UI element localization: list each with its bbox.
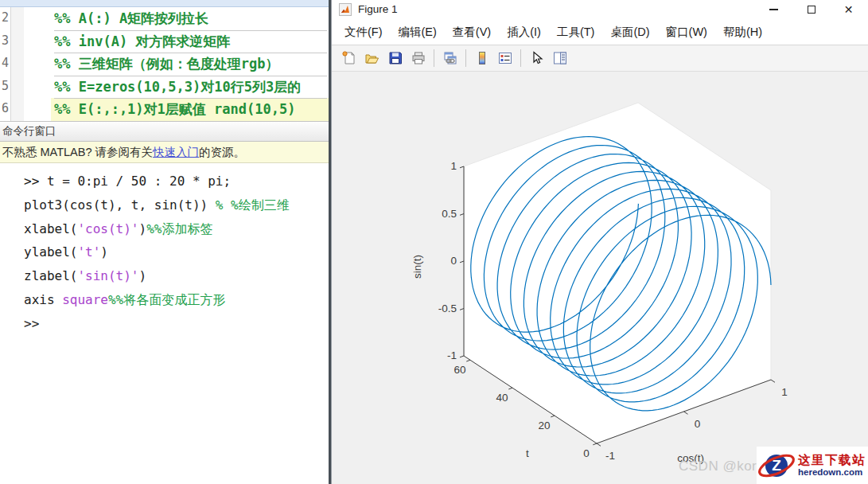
y-tick-label: 40	[496, 392, 508, 404]
editor-tab-strip	[0, 0, 329, 7]
y-tick-label: 60	[453, 364, 465, 376]
new-file-icon[interactable]	[340, 49, 359, 68]
line-number: 5	[0, 79, 9, 93]
open-file-icon[interactable]	[363, 49, 382, 68]
editor-line-text: %% A(:) A矩阵按列拉长	[54, 10, 329, 28]
quick-start-link[interactable]: 快速入门	[153, 146, 199, 158]
save-icon[interactable]	[386, 49, 405, 68]
menu-查看[interactable]: 查看(V)	[445, 21, 499, 43]
editor-line-text: %% E(:,:,1)对1层赋值 rand(10,5)	[54, 100, 329, 119]
z-tick	[460, 261, 464, 263]
code-segment-code: )	[100, 244, 108, 260]
line-number: 6	[0, 101, 9, 115]
code-segment-code: )	[139, 221, 147, 236]
command-line: axis square%%将各面变成正方形	[24, 288, 325, 312]
editor-line[interactable]: 5%% E=zeros(10,5,3)对10行5列3层的	[0, 76, 329, 99]
link-plot-icon[interactable]	[441, 49, 460, 68]
close-icon: ✕	[844, 4, 854, 15]
matlab-desktop-panel: 2%% A(:) A矩阵按列拉长3%% inv(A) 对方阵求逆矩阵4%% 三维…	[0, 0, 329, 484]
z-tick	[460, 214, 464, 216]
screenshot-stage: 2%% A(:) A矩阵按列拉长3%% inv(A) 对方阵求逆矩阵4%% 三维…	[0, 0, 868, 484]
code-segment-string: 'sin(t)'	[77, 268, 138, 283]
editor-line[interactable]: 2%% A(:) A矩阵按列拉长	[0, 7, 329, 30]
menu-文件[interactable]: 文件(F)	[337, 21, 391, 43]
figure-toolbar	[332, 45, 868, 72]
section-divider	[54, 30, 327, 31]
close-button[interactable]: ✕	[830, 0, 867, 19]
section-divider	[54, 76, 327, 76]
code-segment-string: 't'	[77, 244, 100, 260]
command-prompt-line[interactable]: fx>>	[24, 312, 325, 336]
command-window-header[interactable]: 命令行窗口	[0, 121, 329, 142]
menu-编辑[interactable]: 编辑(E)	[391, 21, 445, 43]
editor-line-text: %% 三维矩阵（例如：色度处理rgb）	[54, 55, 329, 73]
section-divider	[54, 98, 327, 99]
menu-帮助[interactable]: 帮助(H)	[715, 21, 770, 43]
command-prompt[interactable]: >>	[24, 316, 39, 331]
editor-line[interactable]: 3%% inv(A) 对方阵求逆矩阵	[0, 30, 329, 53]
code-segment-code: zlabel(	[24, 268, 77, 283]
y-axis-label: t	[526, 447, 529, 459]
minimize-icon	[769, 9, 778, 10]
z-tick-label: -0.5	[438, 302, 457, 314]
z-tick-label: 0.5	[442, 208, 457, 220]
maximize-button[interactable]	[792, 0, 830, 19]
editor-pane[interactable]: 2%% A(:) A矩阵按列拉长3%% inv(A) 对方阵求逆矩阵4%% 三维…	[0, 7, 329, 121]
menu-窗口[interactable]: 窗口(W)	[658, 21, 715, 43]
code-segment-code: )	[139, 268, 147, 283]
editor-line[interactable]: 4%% 三维矩阵（例如：色度处理rgb）	[0, 53, 329, 76]
property-inspector-icon[interactable]	[551, 49, 570, 68]
x-tick-label: 1	[781, 386, 788, 398]
y-tick	[551, 416, 555, 417]
csdn-watermark: CSDN @kor	[679, 459, 757, 474]
line-number: 4	[0, 56, 9, 70]
editor-line[interactable]: 6%% E(:,:,1)对1层赋值 rand(10,5)	[0, 98, 329, 121]
edit-plot-icon[interactable]	[527, 49, 547, 68]
z-tick	[460, 166, 464, 168]
code-segment-comment: %%添加标签	[146, 221, 212, 236]
code-segment-string: square	[62, 292, 108, 307]
figure-menubar: 文件(F)编辑(E)查看(V)插入(I)工具(T)桌面(D)窗口(W)帮助(H)	[332, 19, 868, 45]
z-tick-label: -1	[447, 349, 457, 361]
menu-工具[interactable]: 工具(T)	[549, 21, 603, 43]
z-tick	[460, 309, 464, 310]
figure-canvas-3d-plot: 10.50-0.5-10204060-101sin(t)tcos(t)	[332, 72, 868, 484]
y-tick	[508, 388, 512, 389]
y-tick-label: 0	[583, 447, 590, 459]
figure-window: Figure 1 ✕ 文件(F)编辑(E)查看(V)插入(I)工具(T)桌面(D…	[331, 0, 868, 484]
notice-prefix: 不熟悉 MATLAB? 请参阅有关	[2, 146, 153, 158]
code-segment-comment: %%将各面变成正方形	[108, 292, 225, 307]
minimize-button[interactable]	[755, 0, 792, 19]
z-tick-label: 0	[450, 255, 457, 267]
window-buttons: ✕	[755, 0, 867, 19]
matlab-logo-icon	[339, 3, 352, 16]
toolbar-separator	[465, 49, 466, 67]
code-segment-code: axis	[24, 292, 62, 307]
heredown-logo-icon: Z	[757, 447, 796, 484]
menu-插入[interactable]: 插入(I)	[499, 21, 549, 43]
figure-window-title: Figure 1	[358, 3, 398, 15]
editor-line-text: %% E=zeros(10,5,3)对10行5列3层的	[54, 78, 329, 96]
x-tick	[597, 443, 601, 446]
x-tick	[684, 412, 688, 414]
heredown-site-logo: Z 这里下载站 heredown.com	[757, 447, 868, 484]
z-tick-label: 1	[450, 160, 457, 172]
toolbar-separator	[434, 49, 434, 67]
figure-titlebar[interactable]: Figure 1 ✕	[332, 0, 868, 19]
insert-colorbar-icon[interactable]	[473, 49, 492, 68]
command-line: plot3(cos(t), t, sin(t)) % %绘制三维	[24, 193, 325, 217]
logo-site-name: 这里下载站	[798, 453, 866, 467]
command-window-notice: 不熟悉 MATLAB? 请参阅有关快速入门的资源。	[0, 142, 329, 163]
notice-suffix: 的资源。	[199, 146, 245, 158]
insert-legend-icon[interactable]	[496, 49, 515, 68]
command-window[interactable]: >> t = 0:pi / 50 : 20 * pi;plot3(cos(t),…	[0, 163, 329, 484]
code-segment-string: 'cos(t)'	[77, 221, 138, 236]
line-number: 3	[0, 33, 9, 48]
toolbar-separator	[520, 49, 521, 67]
x-tick	[771, 380, 775, 382]
menu-桌面[interactable]: 桌面(D)	[602, 21, 657, 43]
line-number: 2	[0, 10, 9, 25]
command-line: xlabel('cos(t)')%%添加标签	[24, 217, 325, 241]
command-line: ylabel('t')	[24, 240, 325, 264]
print-icon[interactable]	[409, 49, 428, 68]
